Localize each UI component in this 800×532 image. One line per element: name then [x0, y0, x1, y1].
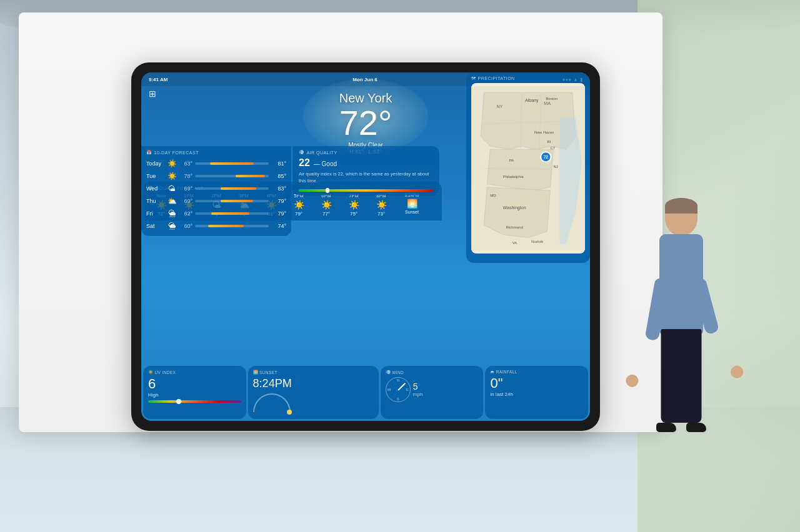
airquality-panel: 💨 AIR QUALITY 22 — Good Air quality inde…: [292, 146, 439, 195]
svg-text:Boston: Boston: [546, 97, 558, 101]
sunset-arc: [253, 393, 291, 412]
hour-item: 6PM ☀️ 77°: [313, 193, 339, 217]
rainfall-title: 🌧 RAINFALL: [490, 370, 583, 374]
aq-description: Air quality index is 22, which is the sa…: [299, 171, 433, 184]
shoe-left: [656, 423, 676, 432]
tenday-title: 📅 10-DAY FORECAST: [146, 150, 286, 155]
uv-indicator: [176, 399, 181, 404]
uv-value: 6: [148, 376, 241, 392]
precipitation-panel: 🗺 PRECIPITATION: [466, 72, 590, 263]
forecast-row-fri: Fri 🌦 62° 79°: [146, 207, 286, 220]
hour-item-sunset: 8:24PM 🌅 Sunset: [396, 193, 428, 217]
sunset-title: 🌅 SUNSET: [253, 370, 374, 375]
rainfall-icon: 🌧: [490, 370, 494, 374]
status-time: 9:41 AM: [149, 77, 168, 82]
forecast-row-today: Today ☀️ 63° 81°: [146, 157, 286, 170]
rainfall-widget: 🌧 RAINFALL 0" in last 24h: [485, 366, 588, 419]
wind-icon: 💨: [386, 370, 391, 375]
presentation-wall: 9:41 AM Mon Jun 6 ●●● ▲ ▮ ⊞ New York 72°…: [19, 12, 662, 432]
wind-widget: 💨 WIND N S E W 5 mph: [381, 366, 484, 419]
rainfall-label: in last 24h: [490, 392, 583, 397]
person-arm-right: [692, 277, 720, 335]
svg-text:NY: NY: [496, 104, 502, 109]
svg-text:MD: MD: [490, 194, 496, 197]
person-hand-left: [625, 373, 639, 388]
presenter-person: [625, 160, 738, 435]
ipad-screen: 9:41 AM Mon Jun 6 ●●● ▲ ▮ ⊞ New York 72°…: [141, 72, 590, 421]
wind-compass: N S E W: [386, 377, 411, 402]
wind-speed: 5: [413, 382, 423, 392]
ipad-frame: 9:41 AM Mon Jun 6 ●●● ▲ ▮ ⊞ New York 72°…: [131, 62, 600, 431]
svg-text:Norfolk: Norfolk: [531, 240, 544, 244]
wind-arrow: [398, 383, 406, 391]
forecast-row-thu: Thu ⛅ 69° 79°: [146, 195, 286, 207]
wind-unit: mph: [413, 392, 423, 397]
svg-text:MA: MA: [544, 101, 551, 106]
sunset-value: 8:24PM: [253, 377, 374, 391]
svg-text:Richmond: Richmond: [506, 225, 523, 229]
person-head: [665, 198, 698, 235]
forecast-row-wed: Wed 🌤 69° 83°: [146, 182, 286, 195]
svg-text:New Haven: New Haven: [534, 131, 554, 134]
svg-text:VA: VA: [512, 241, 518, 245]
airquality-title: 💨 AIR QUALITY: [299, 150, 433, 155]
svg-text:CT: CT: [550, 146, 555, 150]
forecast-row-sat: Sat 🌦 60° 74°: [146, 220, 286, 232]
person-shirt: [659, 234, 703, 334]
map-area: NY MA Albany Boston New Haven PA RI CT N…: [471, 83, 585, 254]
svg-text:Philadelphia: Philadelphia: [503, 175, 524, 179]
status-date: Mon Jun 6: [352, 77, 378, 82]
svg-text:72: 72: [544, 155, 549, 159]
aq-bar: [299, 189, 433, 192]
sunset-widget: 🌅 SUNSET 8:24PM: [248, 366, 379, 419]
aq-label: — Good: [314, 160, 337, 167]
svg-text:RI: RI: [547, 140, 551, 144]
precip-title: 🗺 PRECIPITATION: [471, 76, 585, 81]
wind-title: 💨 WIND: [386, 370, 479, 375]
hour-item: 7PM ☀️ 75°: [341, 193, 367, 217]
aq-value: 22: [299, 157, 310, 169]
person-body: [653, 198, 709, 435]
person-pants: [661, 329, 702, 423]
forecast-row-tue: Tue ☀️ 78° 85°: [146, 170, 286, 182]
svg-text:PA: PA: [509, 159, 515, 162]
hour-item: 8PM ☀️ 73°: [368, 193, 394, 217]
uv-title: ☀️ UV INDEX: [148, 370, 241, 375]
sunset-dot: [287, 410, 292, 415]
tenday-panel: 📅 10-DAY FORECAST Today ☀️ 63° 81° Tue ☀…: [141, 146, 291, 236]
person-shoes: [656, 423, 706, 435]
uv-widget: ☀️ UV INDEX 6 High: [143, 366, 246, 419]
aq-indicator: [326, 188, 329, 193]
sunset-icon: 🌅: [253, 370, 258, 375]
map-svg: NY MA Albany Boston New Haven PA RI CT N…: [471, 83, 585, 254]
uv-icon: ☀️: [148, 370, 153, 375]
svg-text:Washington: Washington: [503, 205, 526, 210]
shoe-right: [686, 423, 706, 432]
uv-bar: [148, 400, 241, 403]
person-hair: [665, 198, 698, 214]
svg-text:NJ: NJ: [553, 165, 558, 169]
rainfall-value: 0": [490, 375, 583, 392]
hour-item: 9P 🌙 70: [429, 193, 437, 217]
uv-label: High: [148, 392, 241, 398]
svg-text:Albany: Albany: [525, 98, 539, 103]
